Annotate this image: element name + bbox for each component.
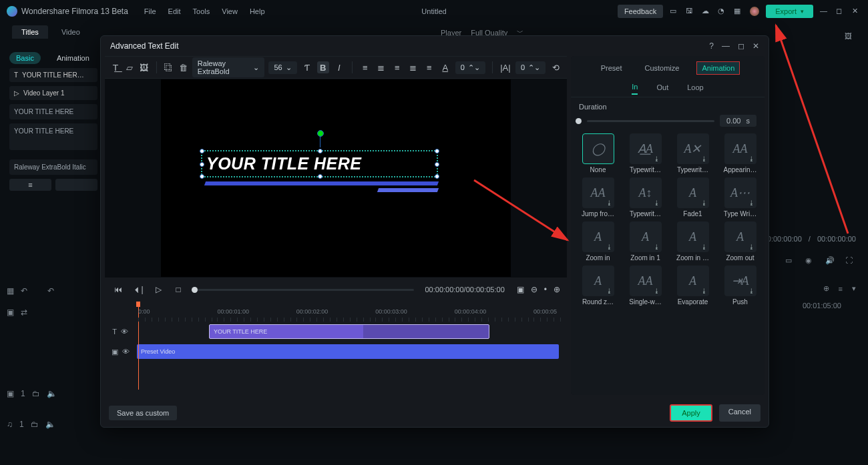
duration-value[interactable]: 0.00s xyxy=(720,115,756,127)
menu-tools[interactable]: Tools xyxy=(193,7,210,15)
preview-canvas[interactable]: YOUR TITLE HERE xyxy=(105,79,567,278)
left-tab-basic[interactable]: Basic xyxy=(9,52,41,64)
anim-item[interactable]: AA⭳Jump fro… xyxy=(578,177,618,217)
play-icon[interactable]: ▷ xyxy=(152,283,165,296)
cloud-icon[interactable]: ☁ xyxy=(702,7,711,16)
anim-item[interactable]: A↕⭳Typewrit… xyxy=(625,177,666,217)
anim-item[interactable]: A✕⭳Typewrit… xyxy=(672,133,713,173)
zoom-in-icon[interactable]: ⊕ xyxy=(554,285,560,294)
align-dist-icon[interactable]: ≡ xyxy=(423,61,435,73)
chevron-down-icon[interactable]: ▾ xyxy=(852,284,856,293)
monitor-icon[interactable]: ▭ xyxy=(785,256,796,267)
size-select[interactable]: 56⌄ xyxy=(268,61,296,74)
tab-preset[interactable]: Preset xyxy=(596,61,628,75)
duration-slider-knob[interactable] xyxy=(576,118,582,124)
anim-item[interactable]: A⋯⭳Type Wri… xyxy=(720,177,761,217)
tab-animation[interactable]: Animation xyxy=(696,61,740,75)
skip-back-icon[interactable]: ⏮ xyxy=(112,283,125,296)
apply-button[interactable]: Apply xyxy=(670,404,712,422)
duration-slider[interactable] xyxy=(587,120,714,122)
list-icon[interactable]: ≡ xyxy=(839,285,843,293)
anim-item[interactable]: A͟A⭳Typewrit… xyxy=(625,133,666,173)
rotate-handle[interactable] xyxy=(320,135,320,147)
anim-item[interactable]: A⭳Round z… xyxy=(578,266,618,306)
tab-customize[interactable]: Customize xyxy=(639,61,684,75)
italic-button[interactable]: I xyxy=(333,61,345,73)
layer-video[interactable]: ▷Video Layer 1 xyxy=(9,86,97,100)
anim-item[interactable]: A⭳Zoom in xyxy=(578,221,618,262)
video-clip[interactable]: Preset Video xyxy=(137,344,559,359)
apps-icon[interactable]: ▦ xyxy=(734,7,743,16)
add-icon[interactable]: ⊕ xyxy=(823,284,829,293)
image-tool-icon[interactable]: 🖼 xyxy=(139,61,150,73)
refresh-icon[interactable]: ⟲ xyxy=(550,61,562,73)
zoom-out-icon[interactable]: ⊖ xyxy=(531,285,537,294)
anim-item[interactable]: A⭳Evaporate xyxy=(672,266,713,306)
align-right-icon[interactable]: ≡ xyxy=(391,61,403,73)
tab-video[interactable]: Video xyxy=(61,28,80,36)
link-icon[interactable]: ⇄ xyxy=(21,308,27,317)
title-text-2[interactable]: YOUR TITLE HERE xyxy=(9,123,97,150)
save-as-custom-button[interactable]: Save as custom xyxy=(109,406,177,420)
text-tool-icon[interactable]: T͟ xyxy=(110,61,121,73)
spacing2[interactable]: 0⌃⌄ xyxy=(515,61,546,74)
mute-icon[interactable]: 🔈 xyxy=(45,420,55,429)
case-icon[interactable]: Ƭ xyxy=(301,61,313,73)
folder-icon[interactable]: 🗀 xyxy=(32,389,40,398)
avatar-icon[interactable] xyxy=(750,7,759,16)
cursor-icon[interactable]: ↶ xyxy=(21,286,27,296)
align-justify-icon[interactable]: ≣ xyxy=(407,61,419,73)
shape-tool-icon[interactable]: ▱ xyxy=(125,61,136,73)
undo-icon[interactable]: ↶ xyxy=(47,286,54,296)
fullscreen-icon[interactable]: ⛶ xyxy=(845,256,856,267)
stop-icon[interactable]: □ xyxy=(172,283,185,296)
mute-icon[interactable]: 🔈 xyxy=(47,389,57,398)
subtab-in[interactable]: In xyxy=(632,83,638,95)
screen-icon[interactable]: ▭ xyxy=(670,7,679,16)
anim-item[interactable]: A⭳Zoom in 1 xyxy=(625,221,666,262)
eye-icon[interactable]: 👁 xyxy=(121,328,128,336)
export-button[interactable]: Export ▾ xyxy=(766,5,813,18)
anim-item[interactable]: ◯None xyxy=(578,133,618,173)
feedback-button[interactable]: Feedback xyxy=(618,5,663,18)
align-icon[interactable]: ≡ xyxy=(9,179,51,191)
copy-icon[interactable]: ⿻ xyxy=(164,61,174,73)
dialog-close-icon[interactable]: ✕ xyxy=(752,41,759,51)
anim-item[interactable]: ⇥A⭳Push xyxy=(720,266,761,306)
title-text-1[interactable]: YOUR TITLE HERE xyxy=(9,104,97,119)
align-center-icon[interactable]: ≣ xyxy=(375,61,387,73)
cancel-button[interactable]: Cancel xyxy=(719,404,761,422)
color-icon[interactable]: A xyxy=(439,61,451,73)
anim-item[interactable]: AA⭳Appearin… xyxy=(720,133,761,173)
menu-file[interactable]: File xyxy=(144,7,156,15)
anim-item[interactable]: A⭳Zoom out xyxy=(720,221,761,262)
dialog-minimize-icon[interactable]: — xyxy=(722,41,730,51)
trash-icon[interactable]: 🗑 xyxy=(178,61,188,73)
volume-icon[interactable]: 🔊 xyxy=(825,256,836,267)
window-minimize-icon[interactable]: — xyxy=(820,7,829,16)
grid-icon[interactable]: ▦ xyxy=(7,286,14,296)
align2-icon[interactable] xyxy=(55,179,97,191)
folder-icon[interactable]: 🗀 xyxy=(31,420,39,429)
anim-item[interactable]: AA⭳Single-w… xyxy=(625,266,666,306)
tab-titles[interactable]: Titles xyxy=(12,25,48,39)
help-icon[interactable]: ? xyxy=(709,41,714,51)
font-select[interactable]: Raleway ExtraBold⌄ xyxy=(192,57,265,77)
record-icon[interactable]: ▣ xyxy=(7,308,14,317)
window-maximize-icon[interactable]: ◻ xyxy=(836,7,845,16)
menu-view[interactable]: View xyxy=(222,7,238,15)
title-clip[interactable]: YOUR TITLE HERE xyxy=(209,324,489,339)
line-height-icon[interactable]: |A| xyxy=(499,61,511,73)
anim-item[interactable]: A⭳Fade1 xyxy=(672,177,713,217)
spacing1[interactable]: 0⌃⌄ xyxy=(455,61,485,74)
subtab-loop[interactable]: Loop xyxy=(687,83,703,94)
align-left-icon[interactable]: ≡ xyxy=(359,61,371,73)
title-text-element[interactable]: YOUR TITLE HERE xyxy=(201,150,438,177)
left-tab-animation[interactable]: Animation xyxy=(50,52,96,64)
eye-icon[interactable]: 👁 xyxy=(122,348,130,356)
layer-title[interactable]: TYOUR TITLE HER… xyxy=(9,68,97,82)
anim-item[interactable]: A⭳Zoom in … xyxy=(672,221,713,262)
scrub-track[interactable] xyxy=(192,289,414,291)
save-icon[interactable]: 🖫 xyxy=(686,7,695,16)
bold-button[interactable]: B xyxy=(317,61,329,73)
